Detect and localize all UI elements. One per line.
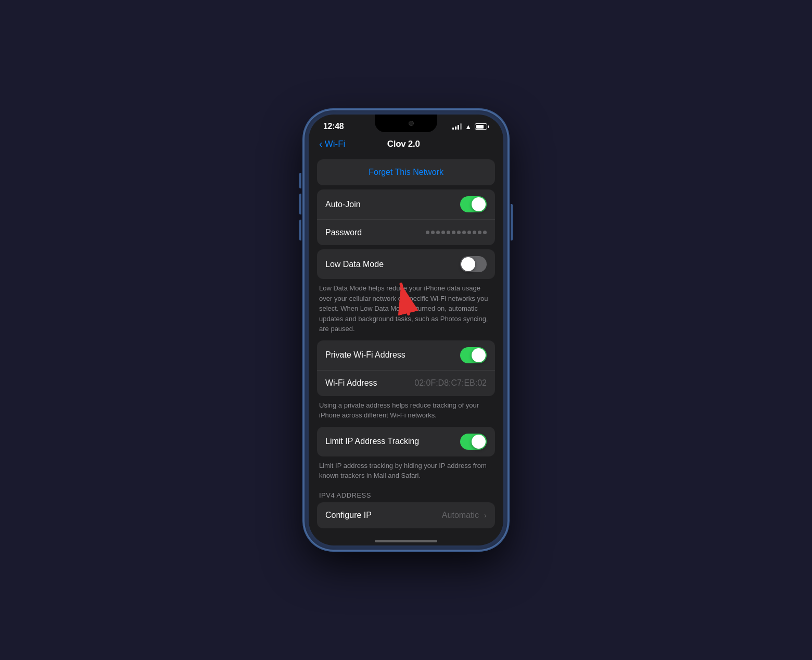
ipv4-group: Configure IP Automatic › [317,502,495,528]
toggle-knob [472,435,486,449]
forget-network-label: Forget This Network [369,168,443,177]
wifi-address-cell: Wi-Fi Address 02:0F:D8:C7:EB:02 [317,370,495,396]
toggle-knob [472,197,486,211]
status-time: 12:48 [323,122,344,131]
configure-ip-cell[interactable]: Configure IP Automatic › [317,502,495,528]
nav-bar: ‹ Wi-Fi Clov 2.0 [309,135,503,155]
back-label: Wi-Fi [325,139,346,149]
limit-ip-toggle[interactable] [460,434,487,450]
private-wifi-label: Private Wi-Fi Address [325,350,405,360]
ipv4-section: IPV4 ADDRESS Configure IP Automatic › [309,491,503,528]
private-wifi-toggle[interactable] [460,347,487,363]
low-data-cell: Low Data Mode [317,249,495,279]
home-indicator [309,536,503,545]
join-password-group: Auto-Join Password [317,189,495,245]
configure-ip-label: Configure IP [325,511,372,520]
limit-ip-section: Limit IP Address Tracking Limit IP addre… [309,427,503,483]
battery-icon [475,123,489,130]
private-wifi-group: Private Wi-Fi Address Wi-Fi Address 02:0… [317,340,495,396]
toggle-knob [461,257,475,271]
page-title: Clov 2.0 [387,139,420,149]
join-password-section: Auto-Join Password [309,189,503,245]
home-bar [375,540,437,542]
limit-ip-cell: Limit IP Address Tracking [317,427,495,456]
private-wifi-section: Private Wi-Fi Address Wi-Fi Address 02:0… [309,340,503,423]
wifi-address-value: 02:0F:D8:C7:EB:02 [414,378,487,388]
auto-join-label: Auto-Join [325,200,361,209]
low-data-section: Low Data Mode Low Data Mode helps reduce… [309,249,503,336]
wifi-address-label: Wi-Fi Address [325,378,377,388]
wifi-icon: ▲ [465,123,472,131]
settings-content: Forget This Network Auto-Join [309,155,503,536]
forget-group: Forget This Network [317,159,495,185]
forget-section: Forget This Network [309,159,503,185]
limit-ip-group: Limit IP Address Tracking [317,427,495,456]
wifi-address-description: Using a private address helps reduce tra… [309,396,503,423]
low-data-group: Low Data Mode [317,249,495,279]
auto-join-cell: Auto-Join [317,189,495,219]
password-dots [426,231,487,234]
low-data-toggle[interactable] [460,256,487,272]
low-data-description: Low Data Mode helps reduce your iPhone d… [309,279,503,336]
forget-network-button[interactable]: Forget This Network [317,159,495,185]
ipv4-header: IPV4 ADDRESS [309,491,503,502]
signal-icon [452,123,462,130]
chevron-left-icon: ‹ [319,138,323,150]
password-label: Password [325,228,362,237]
toggle-knob [472,348,486,362]
chevron-right-icon: › [484,511,487,519]
auto-join-toggle[interactable] [460,196,487,212]
limit-ip-description: Limit IP address tracking by hiding your… [309,456,503,483]
back-button[interactable]: ‹ Wi-Fi [319,138,345,150]
limit-ip-label: Limit IP Address Tracking [325,437,419,446]
password-cell[interactable]: Password [317,219,495,245]
status-icons: ▲ [452,123,489,131]
configure-ip-value: Automatic › [442,511,487,520]
low-data-label: Low Data Mode [325,260,384,269]
private-wifi-cell: Private Wi-Fi Address [317,340,495,370]
